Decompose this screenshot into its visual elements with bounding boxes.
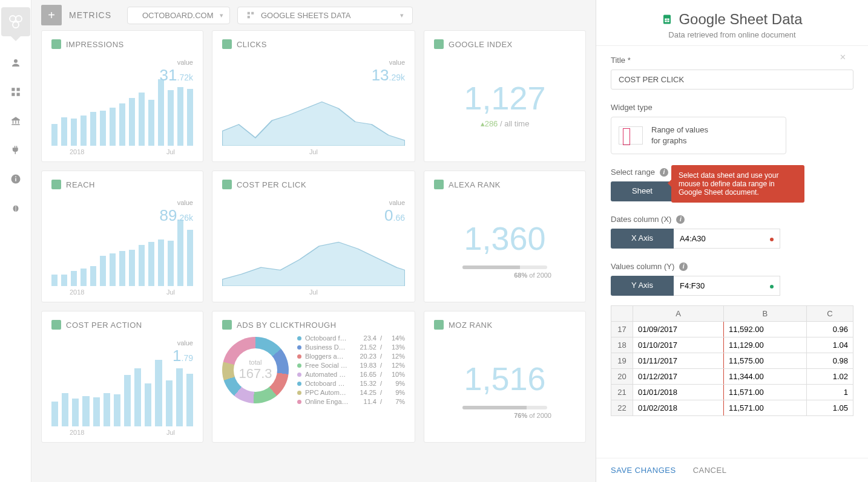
yaxis-label: Y Axis: [611, 276, 674, 296]
value-badge: value 89.26k: [160, 199, 193, 225]
card-moz-rank[interactable]: MOZ RANK 1,516 76% of 2000: [424, 311, 586, 443]
yaxis-input[interactable]: F4:F30: [674, 276, 780, 296]
nav-dashboard-icon[interactable]: [8, 85, 23, 99]
chart-axis: Jul: [222, 286, 405, 296]
svg-rect-6: [12, 93, 15, 96]
panel-title: Google Sheet Data: [679, 11, 802, 28]
sheet-label: Sheet: [611, 181, 674, 201]
dates-column-row: Dates column (X) i: [611, 215, 853, 224]
chevron-down-icon: ▾: [400, 11, 404, 19]
table-row[interactable]: 2201/02/201811,571.001.05: [611, 400, 853, 416]
info-icon[interactable]: i: [660, 168, 668, 177]
main-area: + METRICS OCTOBOARD.COM ▾ GOOGLE SHEETS …: [31, 0, 596, 482]
nav-account-icon[interactable]: [8, 56, 23, 70]
sheet-icon: [434, 180, 444, 189]
nav-plug-icon[interactable]: [8, 143, 23, 157]
card-title: ALEXA RANK: [449, 180, 501, 189]
col-header[interactable]: C: [806, 306, 853, 322]
svg-rect-7: [16, 93, 19, 96]
bar-chart: [51, 330, 193, 426]
sheet-preview-table[interactable]: ABC 1701/09/201711,592.000.961801/10/201…: [611, 305, 853, 416]
col-header[interactable]: A: [633, 306, 724, 322]
svg-rect-10: [18, 120, 19, 123]
metrics-label: METRICS: [69, 10, 111, 20]
col-header[interactable]: B: [723, 306, 806, 322]
add-metric-button[interactable]: +: [41, 5, 62, 25]
svg-rect-9: [15, 120, 16, 123]
area-chart: [222, 79, 405, 146]
nav-bug-icon[interactable]: [8, 201, 23, 215]
table-row[interactable]: 2101/01/201811,571.001: [611, 385, 853, 400]
app-logo: [1, 7, 30, 36]
card-alexa-rank[interactable]: ALEXA RANK 1,360 68% of 2000: [424, 171, 586, 302]
table-row[interactable]: 1801/10/201711,129.001.04: [611, 337, 853, 353]
dates-label: Dates column (X): [611, 215, 671, 224]
yaxis-input-group: Y Axis F4:F30: [611, 276, 853, 296]
tooltip: Select data sheet and use your mouse to …: [671, 165, 804, 203]
cancel-button[interactable]: CANCEL: [693, 466, 727, 475]
google-sheets-icon: [662, 14, 672, 25]
select-range-label: Select range: [611, 168, 655, 177]
legend-item: Online Enga…11.4 / 7%: [297, 398, 405, 405]
sheet-icon: [434, 39, 444, 49]
card-ads-clickthrough[interactable]: ADS BY CLICKTHROUGH total167.3 Octoboard…: [212, 311, 415, 443]
svg-rect-5: [16, 88, 19, 91]
card-title: COST PER ACTION: [66, 321, 142, 330]
chart-axis: 2018Jul: [51, 286, 193, 296]
xaxis-input[interactable]: A4:A30: [674, 229, 780, 249]
widget-type-selector[interactable]: Range of valuesfor graphs: [611, 117, 786, 154]
table-row[interactable]: 1701/09/201711,592.000.96: [611, 322, 853, 337]
select-range-row: Select range i Select data sheet and use…: [611, 168, 853, 177]
legend-item: Free Social …19.83 / 12%: [297, 362, 405, 369]
nav-info-icon[interactable]: [8, 172, 23, 186]
big-number: 1,516: [434, 360, 576, 397]
card-cost-per-action[interactable]: COST PER ACTION value 1.79 2018Jul: [41, 311, 203, 443]
card-cost-per-click[interactable]: COST PER CLICK value 0.66 Jul: [212, 171, 415, 302]
source-dropdown-label: GOOGLE SHEETS DATA: [261, 11, 350, 20]
card-reach[interactable]: REACH value 89.26k 2018Jul: [41, 171, 203, 302]
svg-rect-20: [248, 12, 250, 15]
svg-point-3: [14, 59, 18, 63]
big-number: 1,360: [434, 220, 576, 257]
card-clicks[interactable]: CLICKS value 13.29k Jul: [212, 30, 415, 162]
svg-rect-4: [12, 88, 15, 91]
card-title: CLICKS: [237, 40, 267, 49]
legend-item: Automated …16.65 / 10%: [297, 371, 405, 378]
legend-item: PPC Autom…14.25 / 9%: [297, 389, 405, 396]
card-title: GOOGLE INDEX: [449, 40, 513, 49]
values-label: Values column (Y): [611, 262, 674, 271]
grid-small-icon: [246, 11, 255, 19]
sidebar-nav: [0, 0, 31, 482]
table-row[interactable]: 2001/12/201711,344.001.02: [611, 369, 853, 385]
svg-rect-11: [12, 124, 20, 125]
clear-input-icon[interactable]: ✕: [840, 53, 846, 62]
progress-bar: [462, 265, 547, 269]
table-row[interactable]: 1901/11/201711,575.000.98: [611, 353, 853, 369]
svg-point-0: [10, 16, 16, 22]
info-icon[interactable]: i: [679, 262, 688, 271]
card-impressions[interactable]: IMPRESSIONS value 31.72k 2018Jul: [41, 30, 203, 162]
config-panel: Google Sheet Data Data retrieved from on…: [596, 0, 868, 482]
range-icon: [619, 126, 643, 145]
nav-bank-icon[interactable]: [8, 114, 23, 128]
delta-line: ▴286 / all time: [434, 119, 576, 128]
progress-bar: [462, 406, 547, 409]
save-button[interactable]: SAVE CHANGES: [611, 466, 676, 475]
widget-type-label: Widget type: [611, 103, 853, 112]
card-google-index[interactable]: GOOGLE INDEX 1,127 ▴286 / all time: [424, 30, 586, 162]
title-input[interactable]: [611, 70, 853, 90]
chart-axis: 2018Jul: [51, 146, 193, 155]
info-icon[interactable]: i: [676, 215, 685, 224]
values-column-row: Values column (Y) i: [611, 262, 853, 271]
panel-subtitle: Data retrieved from online document: [611, 30, 853, 39]
sheet-icon: [51, 320, 61, 330]
card-title: COST PER CLICK: [237, 180, 306, 189]
card-title: ADS BY CLICKTHROUGH: [237, 321, 337, 330]
donut-chart: total167.3: [222, 337, 289, 403]
card-title: IMPRESSIONS: [66, 40, 124, 49]
svg-rect-13: [15, 178, 16, 181]
account-dropdown[interactable]: OCTOBOARD.COM ▾: [127, 7, 230, 24]
source-dropdown[interactable]: GOOGLE SHEETS DATA ▾: [237, 7, 413, 24]
panel-footer: SAVE CHANGES CANCEL: [596, 458, 868, 482]
progress-label: 68% of 2000: [434, 272, 576, 279]
